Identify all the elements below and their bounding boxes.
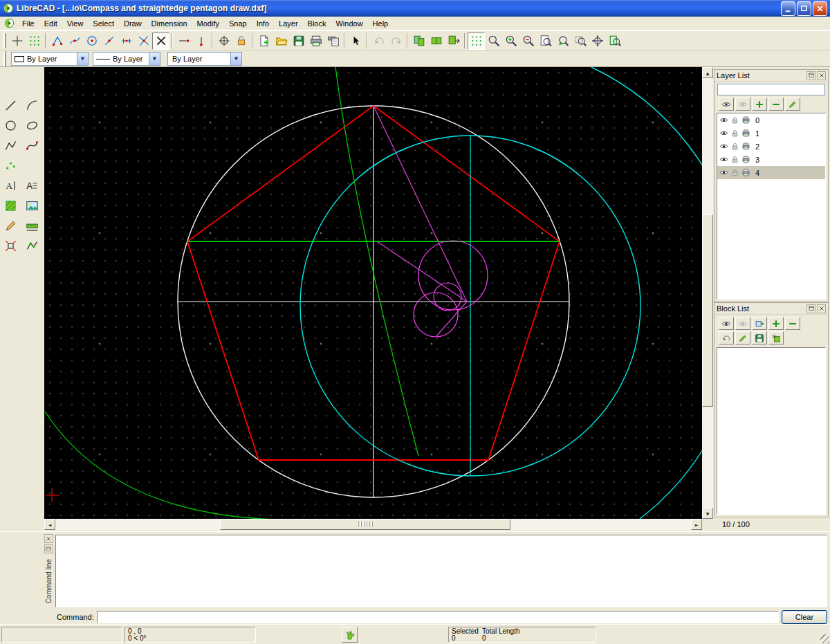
new-drawing-button[interactable] — [255, 33, 273, 50]
color-combo[interactable]: By Layer ▼ — [11, 52, 89, 66]
toolbar-handle[interactable] — [3, 33, 6, 48]
draw-spline-button[interactable] — [23, 136, 42, 154]
menu-help[interactable]: Help — [368, 18, 394, 29]
add-layer-button[interactable] — [752, 98, 767, 111]
lock-relative-zero-button[interactable] — [232, 33, 250, 50]
menu-file[interactable]: File — [17, 18, 39, 29]
close-button[interactable] — [813, 1, 827, 16]
insert-image-button[interactable] — [23, 196, 42, 214]
zoom-window-button[interactable] — [571, 33, 589, 50]
vertical-scrollbar[interactable]: ▲ ▼ — [702, 67, 713, 519]
rename-block-button[interactable] — [719, 331, 734, 344]
print-button[interactable] — [307, 33, 324, 50]
remove-layer-button[interactable] — [768, 98, 784, 111]
snap-grid-button[interactable] — [26, 33, 43, 50]
set-relative-zero-button[interactable] — [215, 33, 232, 50]
draw-line-button[interactable] — [1, 96, 20, 114]
modify-layer-button[interactable] — [785, 98, 800, 111]
save-block-button[interactable] — [752, 331, 767, 344]
hide-all-layers-button[interactable] — [735, 98, 750, 111]
command-history[interactable] — [55, 535, 827, 607]
layer-print-toggle[interactable] — [741, 142, 750, 151]
zoom-auto-button[interactable] — [537, 33, 554, 50]
snap-middle-button[interactable] — [100, 33, 118, 50]
print-preview-button[interactable] — [324, 33, 342, 50]
scroll-left-button[interactable]: ◄ — [44, 519, 55, 530]
vertical-scroll-thumb[interactable] — [702, 214, 713, 407]
snap-endpoints-button[interactable] — [48, 33, 66, 50]
layer-row[interactable]: 1 — [717, 127, 825, 140]
layer-print-toggle[interactable] — [741, 116, 750, 125]
draw-ellipse-button[interactable] — [23, 116, 42, 134]
selection-pointer-button[interactable] — [347, 33, 365, 50]
zoom-in-button[interactable] — [502, 33, 519, 50]
remove-block-button[interactable] — [785, 317, 800, 330]
modify-entity-button[interactable] — [1, 217, 20, 234]
grid-toggle-button[interactable] — [468, 33, 485, 50]
layer-lock-toggle[interactable] — [730, 142, 739, 151]
close-panel-button[interactable] — [817, 304, 826, 313]
add-block-button[interactable] — [768, 317, 784, 330]
menu-draw[interactable]: Draw — [119, 18, 147, 29]
draw-mtext-button[interactable]: A — [23, 176, 42, 194]
layer-lock-toggle[interactable] — [730, 155, 739, 164]
show-all-blocks-button[interactable] — [719, 317, 734, 330]
layer-print-toggle[interactable] — [741, 129, 750, 138]
scroll-right-button[interactable]: ► — [691, 519, 702, 530]
menu-dimension[interactable]: Dimension — [147, 18, 192, 29]
layer-print-toggle[interactable] — [741, 168, 750, 177]
draw-hatch-button[interactable] — [1, 196, 20, 214]
menu-block[interactable]: Block — [303, 18, 331, 29]
draw-polyline-button[interactable] — [1, 136, 20, 154]
entity-order-button[interactable] — [427, 33, 445, 50]
layer-print-toggle[interactable] — [741, 155, 750, 164]
entity-to-front-button[interactable] — [445, 33, 462, 50]
minimize-button[interactable] — [781, 1, 795, 16]
layer-row[interactable]: 0 — [717, 113, 825, 127]
menu-edit[interactable]: Edit — [39, 18, 62, 29]
edit-block-button[interactable] — [735, 331, 750, 344]
create-block-button[interactable] — [752, 317, 767, 330]
show-all-layers-button[interactable] — [719, 98, 734, 111]
snap-on-entity-button[interactable] — [66, 33, 83, 50]
open-drawing-button[interactable] — [273, 33, 290, 50]
insert-block-button[interactable] — [768, 331, 784, 344]
layer-row[interactable]: 2 — [717, 140, 825, 153]
menu-modify[interactable]: Modify — [192, 18, 224, 29]
layer-filter-input[interactable] — [717, 84, 825, 95]
draft-view-button[interactable] — [606, 33, 623, 50]
close-command-button[interactable] — [44, 534, 53, 543]
snap-free-button[interactable] — [8, 33, 26, 50]
menu-snap[interactable]: Snap — [224, 18, 252, 29]
menu-layer[interactable]: Layer — [274, 18, 303, 29]
menu-view[interactable]: View — [62, 18, 89, 29]
snap-distance-button[interactable] — [118, 33, 135, 50]
zoom-previous-button[interactable] — [554, 33, 571, 50]
measure-button[interactable] — [23, 217, 42, 234]
command-input[interactable] — [97, 611, 779, 623]
zoom-out-button[interactable] — [519, 33, 537, 50]
snap-intersection-manual-button[interactable] — [152, 33, 169, 50]
hide-all-blocks-button[interactable] — [735, 317, 750, 330]
save-drawing-button[interactable] — [290, 33, 307, 50]
horizontal-scroll-thumb[interactable] — [220, 519, 510, 530]
clear-button[interactable]: Clear — [782, 610, 827, 624]
chevron-down-icon[interactable]: ▼ — [77, 53, 88, 65]
scroll-down-button[interactable]: ▼ — [702, 508, 713, 519]
status-action-button[interactable] — [342, 627, 358, 643]
layer-visible-toggle[interactable] — [719, 116, 728, 125]
drawing-canvas[interactable] — [44, 67, 702, 519]
menu-window[interactable]: Window — [331, 18, 367, 29]
layer-list[interactable]: 01234 — [717, 113, 826, 300]
layer-visible-toggle[interactable] — [719, 129, 728, 138]
snap-center-button[interactable] — [83, 33, 100, 50]
linewidth-combo[interactable]: By Layer ▼ — [93, 52, 160, 66]
menu-select[interactable]: Select — [88, 18, 119, 29]
redo-button[interactable] — [387, 33, 405, 50]
layer-lock-toggle[interactable] — [730, 116, 739, 125]
chevron-down-icon[interactable]: ▼ — [149, 53, 160, 65]
draw-circle-button[interactable] — [1, 116, 20, 134]
undo-button[interactable] — [370, 33, 387, 50]
layer-visible-toggle[interactable] — [719, 142, 728, 151]
scroll-up-button[interactable]: ▲ — [702, 67, 713, 78]
